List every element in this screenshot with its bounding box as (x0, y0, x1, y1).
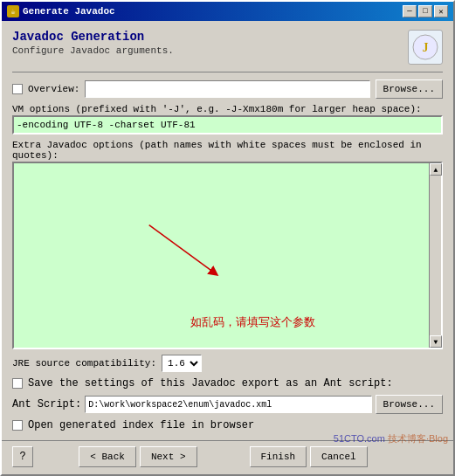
vm-options-input[interactable] (12, 115, 443, 135)
dialog-title: Javadoc Generation (12, 30, 174, 44)
overview-checkbox[interactable] (12, 84, 23, 94)
jre-select[interactable]: 1.6 1.5 1.4 1.3 (162, 355, 202, 372)
window-title: Generate Javadoc (23, 6, 115, 17)
maximize-button[interactable]: □ (418, 5, 432, 17)
open-index-row: Open generated index file in browser (12, 419, 443, 431)
generate-javadoc-window: ☕ Generate Javadoc — □ ✕ Javadoc Generat… (0, 0, 455, 476)
overview-input[interactable] (85, 80, 369, 98)
cancel-button[interactable]: Cancel (310, 446, 368, 467)
save-settings-row: Save the settings of this Javadoc export… (12, 377, 443, 390)
svg-text:J: J (423, 41, 429, 54)
finish-cancel-buttons: Finish Cancel (250, 446, 368, 467)
annotation-text: 如乱码，请填写这个参数 (190, 314, 315, 330)
help-button[interactable]: ? (12, 446, 33, 467)
minimize-button[interactable]: — (403, 5, 417, 17)
ant-script-row: Ant Script: Browse... (12, 395, 443, 414)
scroll-down-button[interactable]: ▼ (430, 335, 442, 348)
bottom-bar: ? < Back Next > Finish Cancel (2, 440, 453, 474)
extra-options-label: Extra Javadoc options (path names with w… (12, 140, 443, 161)
dialog-subtitle: Configure Javadoc arguments. (12, 45, 174, 56)
overview-browse-button[interactable]: Browse... (376, 79, 443, 99)
header-divider (12, 72, 443, 72)
title-bar: ☕ Generate Javadoc — □ ✕ (2, 2, 453, 21)
finish-button[interactable]: Finish (250, 446, 307, 467)
save-settings-label: Save the settings of this Javadoc export… (28, 377, 393, 390)
window-icon: ☕ (7, 5, 19, 17)
svg-line-2 (149, 225, 215, 273)
header-section: Javadoc Generation Configure Javadoc arg… (12, 30, 443, 65)
save-settings-checkbox[interactable] (12, 378, 23, 389)
next-button[interactable]: Next > (140, 446, 197, 467)
back-button[interactable]: < Back (79, 446, 136, 467)
overview-label: Overview: (28, 84, 79, 94)
jre-label: JRE source compatibility: (12, 358, 156, 369)
ant-browse-button[interactable]: Browse... (376, 395, 443, 414)
jre-row: JRE source compatibility: 1.6 1.5 1.4 1.… (12, 355, 443, 372)
open-index-checkbox[interactable] (12, 420, 23, 431)
open-index-label: Open generated index file in browser (28, 419, 254, 431)
vm-options-label: VM options (prefixed with '-J', e.g. -J-… (12, 104, 443, 114)
extra-options-scrollbar: ▲ ▼ (429, 163, 441, 348)
dialog-content: Javadoc Generation Configure Javadoc arg… (2, 21, 453, 440)
extra-options-section: Extra Javadoc options (path names with w… (12, 140, 443, 349)
scroll-track (430, 176, 441, 335)
javadoc-logo: J (408, 30, 443, 65)
overview-row: Overview: Browse... (12, 79, 443, 99)
title-buttons: — □ ✕ (403, 5, 448, 17)
vm-options-section: VM options (prefixed with '-J', e.g. -J-… (12, 104, 443, 135)
scroll-up-button[interactable]: ▲ (430, 163, 442, 176)
navigation-buttons: < Back Next > (79, 446, 196, 467)
ant-script-label: Ant Script: (12, 398, 81, 410)
close-button[interactable]: ✕ (434, 5, 448, 17)
extra-options-area: 如乱码，请填写这个参数 ▲ ▼ (12, 162, 443, 349)
ant-script-input[interactable] (85, 396, 371, 413)
header-text: Javadoc Generation Configure Javadoc arg… (12, 30, 174, 56)
